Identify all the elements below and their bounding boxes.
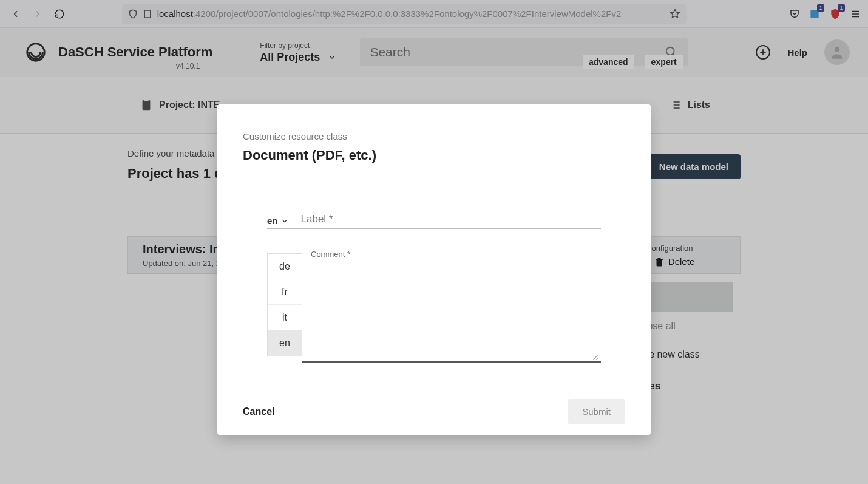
modal-overlay[interactable]: Customize resource class Document (PDF, … bbox=[0, 0, 868, 484]
modal-actions: Cancel Submit bbox=[243, 363, 625, 435]
lang-option-it[interactable]: it bbox=[268, 305, 302, 330]
submit-button[interactable]: Submit bbox=[568, 399, 625, 424]
modal-caption: Customize resource class bbox=[243, 131, 625, 141]
resource-class-modal: Customize resource class Document (PDF, … bbox=[217, 104, 651, 435]
modal-title: Document (PDF, etc.) bbox=[243, 148, 625, 163]
comment-field-row: defriten Comment * bbox=[267, 253, 601, 363]
lang-option-de[interactable]: de bbox=[268, 254, 302, 279]
label-lang-select[interactable]: en bbox=[267, 212, 289, 226]
label-field-row: en Label * bbox=[267, 212, 601, 229]
chevron-down-icon bbox=[280, 217, 289, 225]
label-input[interactable]: Label * bbox=[301, 212, 601, 225]
cancel-button[interactable]: Cancel bbox=[243, 406, 274, 417]
comment-lang-list: defriten bbox=[267, 253, 302, 356]
comment-textarea[interactable]: Comment * bbox=[302, 253, 601, 363]
resize-handle[interactable] bbox=[591, 352, 598, 359]
lang-option-fr[interactable]: fr bbox=[268, 279, 302, 305]
lang-option-en[interactable]: en bbox=[268, 330, 302, 356]
comment-placeholder: Comment * bbox=[311, 250, 350, 259]
